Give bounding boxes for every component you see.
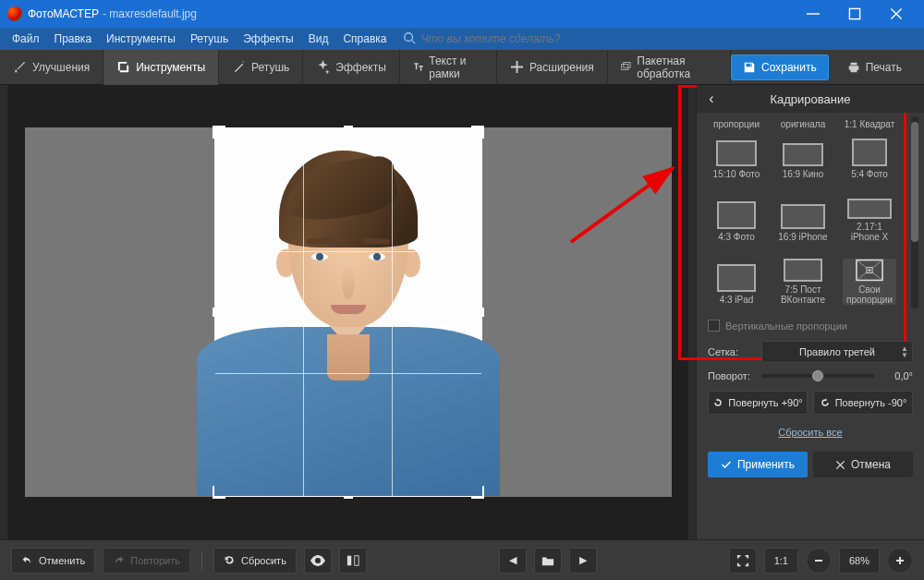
print-label: Печать	[866, 61, 902, 74]
menu-view[interactable]: Вид	[302, 30, 335, 48]
crop-handle-tr[interactable]	[471, 126, 484, 139]
open-folder-button[interactable]	[534, 548, 562, 574]
menu-bar: Файл Правка Инструменты Ретушь Эффекты В…	[0, 28, 924, 50]
scroll-thumb[interactable]	[911, 122, 918, 242]
rotate-slider[interactable]	[761, 374, 874, 378]
left-gutter[interactable]	[0, 85, 7, 539]
zoom-actual-button[interactable]: 1:1	[764, 548, 798, 574]
checkbox-icon	[708, 320, 720, 332]
tab-label: Текст и рамки	[429, 54, 483, 80]
canvas-area[interactable]	[7, 85, 688, 539]
crop-handle-left[interactable]	[213, 308, 217, 317]
photo-preview	[215, 128, 481, 496]
apply-button[interactable]: Применить	[708, 452, 808, 477]
rotate-plus-90-button[interactable]: Повернуть +90°	[708, 391, 808, 415]
image-canvas[interactable]	[25, 127, 672, 497]
reset-button[interactable]: Сбросить	[213, 548, 297, 574]
crop-handle-tl[interactable]	[213, 126, 225, 139]
app-name: ФотоМАСТЕР	[28, 7, 99, 20]
tab-label: Эффекты	[335, 61, 386, 74]
ratio-5-4[interactable]: 5:4 Фото	[843, 133, 896, 179]
save-label: Сохранить	[761, 61, 817, 74]
svg-point-1	[404, 32, 412, 41]
tab-label: Инструменты	[136, 61, 205, 74]
menu-effects[interactable]: Эффекты	[237, 30, 300, 48]
crop-frame[interactable]	[214, 127, 482, 497]
undo-button[interactable]: Отменить	[11, 548, 95, 574]
panel-title: Кадрирование	[770, 92, 850, 106]
nav-next-button[interactable]: ▶	[569, 548, 597, 574]
tab-enhancements[interactable]: Улучшения	[0, 50, 103, 85]
rotate-label: Поворот:	[708, 370, 754, 381]
redo-button[interactable]: Повторить	[103, 548, 190, 574]
right-gutter[interactable]	[688, 85, 696, 539]
compare-button[interactable]	[339, 548, 367, 574]
menu-tools[interactable]: Инструменты	[100, 30, 182, 48]
stepper-icon: ▲▼	[901, 345, 908, 358]
search-input[interactable]	[421, 32, 569, 45]
ratio-16-9[interactable]: 16:9 Кино	[776, 133, 830, 179]
print-button[interactable]: Печать	[834, 54, 915, 80]
ratio-free-label[interactable]: пропорции	[710, 116, 763, 129]
save-button[interactable]: Сохранить	[731, 54, 829, 80]
ratio-square-label[interactable]: 1:1 Квадрат	[843, 116, 896, 129]
menu-edit[interactable]: Правка	[48, 30, 99, 48]
tab-retouch[interactable]: Ретушь	[219, 50, 303, 85]
tab-label: Расширения	[529, 61, 594, 74]
fit-screen-button[interactable]	[729, 548, 757, 574]
crop-handle-br[interactable]	[471, 486, 484, 499]
rotate-minus-90-button[interactable]: Повернуть -90°	[813, 391, 913, 415]
tab-effects[interactable]: Эффекты	[303, 50, 400, 85]
custom-ratio-icon	[852, 259, 887, 282]
ratio-4-3-ipad[interactable]: 4:3 iPad	[710, 259, 763, 305]
nav-prev-button[interactable]: ◀	[499, 548, 527, 574]
svg-rect-8	[355, 555, 359, 565]
tab-tools[interactable]: Инструменты	[103, 50, 219, 85]
vertical-proportions-check[interactable]: Вертикальные пропорции	[697, 314, 924, 337]
ratio-7-5-vk[interactable]: 7:5 Пост ВКонтакте	[776, 259, 830, 305]
main-area: ‹ Кадрирование пропорции оригинала 1:1 К…	[0, 85, 924, 539]
svg-rect-2	[621, 65, 627, 70]
zoom-in-button[interactable]	[887, 548, 913, 574]
svg-rect-7	[347, 555, 351, 565]
rotate-value: 0,0°	[881, 370, 913, 381]
app-logo	[7, 6, 22, 21]
crop-handle-right[interactable]	[480, 308, 484, 317]
tab-label: Ретушь	[251, 61, 289, 74]
ratio-custom[interactable]: Свои пропорции	[843, 259, 896, 305]
ratio-4-3[interactable]: 4:3 Фото	[710, 196, 763, 242]
ratio-15-10[interactable]: 15:10 Фото	[710, 133, 763, 179]
tab-batch[interactable]: Пакетная обработка	[608, 50, 731, 85]
svg-rect-0	[849, 8, 859, 18]
search-icon	[403, 31, 416, 47]
ratio-iphone-x[interactable]: 2.17:1 iPhone X	[843, 196, 896, 242]
menu-retouch[interactable]: Ретушь	[184, 30, 235, 48]
crop-handle-top[interactable]	[344, 126, 353, 130]
grid-label: Сетка:	[708, 346, 754, 357]
grid-select[interactable]: Правило третей ▲▼	[761, 341, 913, 363]
side-panel: ‹ Кадрирование пропорции оригинала 1:1 К…	[696, 85, 924, 539]
svg-rect-3	[624, 62, 630, 67]
crop-handle-bottom[interactable]	[344, 494, 353, 499]
menu-help[interactable]: Справка	[336, 30, 393, 48]
tab-text-frames[interactable]: Текст и рамки	[400, 50, 497, 85]
reset-all-link[interactable]: Сбросить все	[778, 427, 842, 438]
menu-file[interactable]: Файл	[6, 30, 46, 48]
tab-extensions[interactable]: Расширения	[497, 50, 608, 85]
zoom-out-button[interactable]	[806, 548, 832, 574]
status-bar: Отменить Повторить Сбросить ◀ ▶ 1:1 68%	[0, 539, 924, 580]
panel-back-button[interactable]: ‹	[702, 85, 721, 113]
minimize-button[interactable]	[792, 0, 833, 28]
preview-toggle-button[interactable]	[304, 548, 332, 574]
cancel-button[interactable]: Отмена	[813, 452, 913, 477]
crop-handle-bl[interactable]	[213, 486, 225, 499]
close-button[interactable]	[875, 0, 917, 28]
ratio-16-9-iphone[interactable]: 16:9 iPhone	[776, 196, 830, 242]
tab-label: Пакетная обработка	[637, 54, 717, 80]
zoom-readout[interactable]: 68%	[839, 548, 880, 574]
maximize-button[interactable]	[833, 0, 875, 28]
ratio-original-label[interactable]: оригинала	[776, 116, 830, 129]
grid-value: Правило третей	[799, 346, 875, 357]
aspect-ratio-grid: пропорции оригинала 1:1 Квадрат 15:10 Фо…	[697, 113, 924, 314]
title-bar: ФотоМАСТЕР - maxresdefault.jpg	[0, 0, 924, 28]
